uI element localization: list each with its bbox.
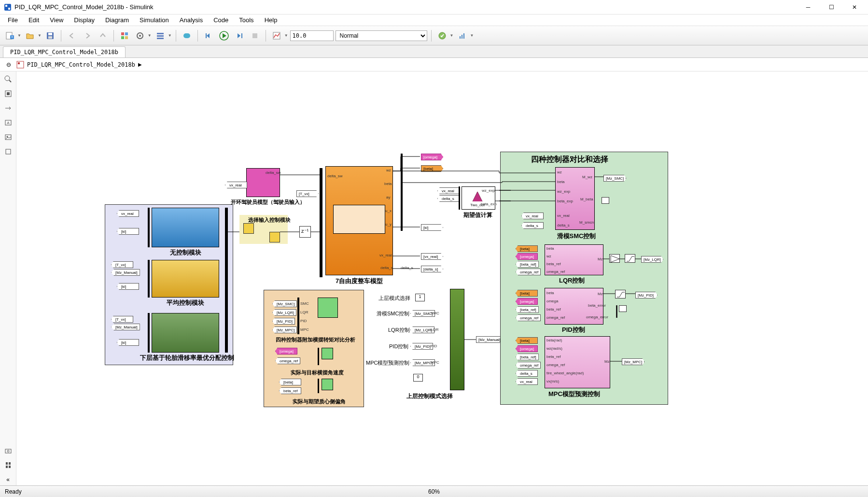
tag-mpc-6[interactable]: vx_real	[516, 378, 538, 385]
tag-mz-lqr[interactable]: [Mz_LQR]	[641, 256, 663, 263]
hide-browser-button[interactable]: ⊖	[4, 60, 14, 70]
tag-mz-manual[interactable]: [Mz_Manual]	[476, 336, 503, 343]
tag-vxreal-1[interactable]: vx_real	[117, 210, 139, 217]
sat-pid[interactable]	[615, 290, 626, 298]
fit-view-button[interactable]	[2, 88, 14, 99]
model-explorer-button[interactable]	[154, 29, 167, 43]
tag-beta-out[interactable]: [beta]	[421, 165, 443, 172]
up-button[interactable]	[96, 29, 110, 43]
tag-mpc-4[interactable]: omega_ref	[516, 362, 541, 369]
menu-view[interactable]: View	[45, 15, 68, 25]
terminator-smc[interactable]	[602, 197, 609, 204]
tag-cmp-bot2[interactable]: beta_ref	[279, 387, 301, 394]
maximize-button[interactable]: ☐	[822, 2, 841, 12]
menu-file[interactable]: File	[3, 15, 23, 25]
mux-left-2[interactable]	[148, 208, 150, 247]
close-button[interactable]: ✕	[845, 2, 864, 12]
annotation-button[interactable]: A	[2, 117, 14, 128]
tag-mpc-3[interactable]: [beta_ref]	[516, 354, 539, 360]
open-button[interactable]	[23, 29, 37, 43]
tag-cmp4[interactable]: [Mz_MPC]	[272, 327, 297, 333]
image-button[interactable]	[2, 131, 14, 143]
model-config-button[interactable]	[133, 29, 147, 43]
mux-left-4[interactable]	[148, 313, 150, 353]
menu-display[interactable]: Display	[69, 15, 99, 25]
menu-edit[interactable]: Edit	[24, 15, 44, 25]
tag-vxreal-out[interactable]: [vx_real]	[421, 253, 443, 260]
block-avg-control[interactable]	[152, 260, 219, 298]
tag-exp-in1[interactable]: vx_real	[437, 187, 460, 194]
tag-mz-smc[interactable]: [Mz_SMC]	[603, 175, 626, 182]
tag-cmp-mid1[interactable]: [omega]	[275, 348, 297, 355]
block-multiport-switch[interactable]	[450, 289, 464, 390]
tag-pid-4[interactable]: omega_ref	[516, 314, 541, 321]
library-browser-button[interactable]	[118, 29, 131, 43]
tag-omega-out[interactable]: [omega]	[421, 154, 443, 160]
mux-compare-top[interactable]	[297, 298, 299, 334]
tag-ki-3[interactable]: [ki]	[117, 339, 139, 346]
tag-cmp-mid2[interactable]: omega_ref	[275, 357, 300, 364]
canvas[interactable]: 无控制模块 vx_real [ki] 平均控制模块 [T_vx] [Mz_Man…	[16, 71, 868, 485]
switch-2[interactable]	[269, 232, 280, 242]
tag-deltas-out[interactable]: [delta_s]	[421, 266, 443, 272]
tag-lqr-2[interactable]: [omega]	[516, 253, 538, 260]
simulation-mode-select[interactable]: Normal	[336, 30, 427, 41]
tag-mpc-1[interactable]: [beta]	[516, 337, 538, 344]
menu-analysis[interactable]: Analysis	[175, 15, 208, 25]
mux-compare-mid[interactable]	[318, 348, 319, 365]
tag-mode-pid[interactable]: [Mz_PID]	[410, 343, 433, 350]
tag-driver-out[interactable]: [T_vx]	[296, 190, 319, 197]
tag-tvx-2[interactable]: [T_vx]	[111, 261, 133, 268]
const-zero[interactable]: 0	[413, 374, 423, 382]
tag-cmp-bot1[interactable]: [beta]	[279, 379, 301, 385]
menu-simulation[interactable]: Simulation	[135, 15, 174, 25]
save-button[interactable]	[43, 29, 57, 43]
menu-help[interactable]: Help	[260, 15, 282, 25]
viewmarks-button[interactable]	[2, 459, 14, 471]
scope-compare-top[interactable]	[318, 298, 338, 318]
menu-code[interactable]: Code	[209, 15, 233, 25]
forward-button[interactable]	[81, 29, 94, 43]
step-back-button[interactable]	[202, 29, 215, 43]
tag-mz-pid[interactable]: [Mz_PID]	[635, 292, 658, 298]
tag-smc-vx[interactable]: vx_real	[521, 213, 544, 219]
tag-mzman-2[interactable]: [Mz_Manual]	[111, 269, 140, 276]
tag-cmp3[interactable]: [Mz_PID]	[272, 318, 295, 325]
tag-mzman-3[interactable]: [Mz_Manual]	[111, 324, 140, 330]
collapse-button[interactable]: «	[2, 474, 14, 485]
tag-cmp1[interactable]: [Mz_SMC]	[272, 300, 297, 307]
scope-compare-mid[interactable]	[322, 348, 333, 359]
block-tire-slip[interactable]	[152, 313, 219, 353]
tag-exp-in2[interactable]: delta_s	[437, 195, 460, 202]
dashboard-button[interactable]	[456, 29, 469, 43]
menu-diagram[interactable]: Diagram	[100, 15, 134, 25]
scope-compare-bot[interactable]	[322, 379, 333, 390]
build-button[interactable]	[435, 29, 449, 43]
stop-time-input[interactable]	[290, 30, 334, 41]
zoom-tool-button[interactable]	[2, 73, 14, 85]
mux-left-1[interactable]	[225, 208, 228, 353]
tag-lqr-3[interactable]: [beta_ref]	[516, 261, 539, 268]
back-button[interactable]	[65, 29, 79, 43]
demux-vehicle-in[interactable]	[320, 168, 322, 277]
const-1[interactable]: 1	[415, 294, 425, 301]
tag-ki-1[interactable]: [ki]	[117, 228, 139, 235]
new-model-button[interactable]: +	[3, 29, 16, 43]
tag-pid-1[interactable]: [beta]	[516, 290, 538, 297]
tag-pid-3[interactable]: [beta_ref]	[516, 306, 539, 313]
tag-driver-in[interactable]: vx_real	[225, 182, 247, 188]
tag-tvx-3[interactable]: [T_vx]	[111, 316, 133, 323]
run-button[interactable]	[217, 29, 231, 43]
tag-mz-mpc[interactable]: [Mz_MPC]	[622, 358, 644, 365]
tag-cmp2[interactable]: [Mz_LQR]	[272, 309, 296, 316]
tag-lqr-4[interactable]: omega_ref	[516, 269, 541, 275]
mux-compare-bot[interactable]	[318, 379, 319, 393]
mux-pid-err[interactable]	[616, 305, 617, 318]
switch-1[interactable]	[243, 223, 254, 234]
stop-button[interactable]	[248, 29, 262, 43]
demux-exp[interactable]	[459, 186, 460, 210]
tag-mpc-2[interactable]: [omega]	[516, 345, 538, 352]
toggle-perspective-button[interactable]	[2, 102, 14, 114]
minimize-button[interactable]: ─	[798, 2, 818, 12]
fast-restart-button[interactable]	[180, 29, 194, 43]
